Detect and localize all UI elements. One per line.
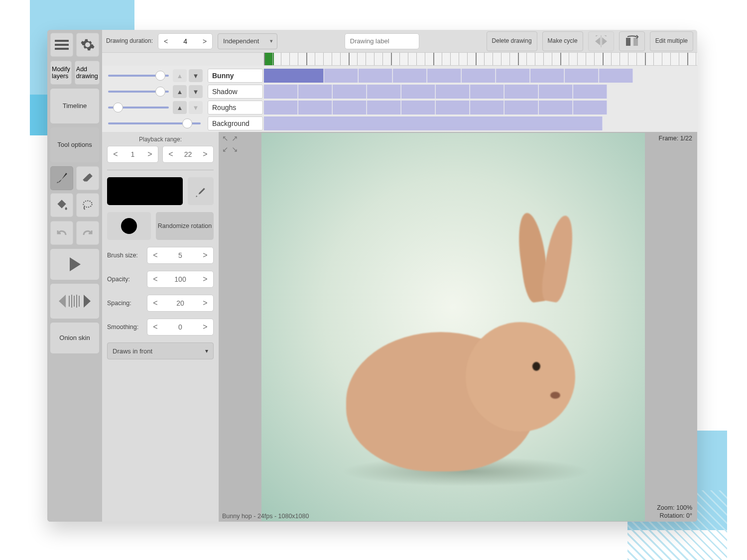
timeline-cell[interactable] [401, 85, 435, 99]
fill-tool[interactable] [50, 193, 73, 217]
timeline-cell[interactable] [530, 69, 564, 83]
layer-opacity-row: ▲▼ [105, 69, 204, 83]
layer-move-down[interactable]: ▼ [189, 69, 203, 82]
modify-layers-button[interactable]: Modify layers [50, 61, 72, 85]
timeline-cell[interactable] [333, 101, 367, 114]
timeline-cell[interactable] [462, 69, 496, 83]
playback-start-stepper[interactable]: <1> [107, 146, 158, 163]
options-panel: Playback range: <1> <22> Randomize rotat… [102, 132, 219, 522]
artwork-bunny [346, 272, 585, 471]
paintbrush-icon [55, 172, 68, 185]
expand-ne-icon[interactable]: ↗ [232, 134, 238, 143]
svg-point-0 [83, 201, 92, 207]
timeline-cell[interactable] [539, 85, 573, 99]
timeline-cell[interactable] [470, 85, 504, 99]
viewport-expand-controls: ↖ ↗ ↙ ↘ [222, 134, 238, 154]
layer-opacity-slider[interactable] [108, 91, 169, 93]
timeline-track[interactable] [264, 116, 697, 130]
drawing-label-input[interactable] [345, 33, 419, 49]
layer-name[interactable]: Bunny [208, 69, 263, 83]
timeline-cell[interactable] [427, 69, 461, 83]
onion-skin-button[interactable]: Onion skin [50, 323, 99, 353]
eraser-tool[interactable] [76, 166, 99, 190]
drawing-mode-select[interactable]: Independent [218, 33, 277, 49]
layer-move-up[interactable]: ▲ [173, 101, 187, 114]
timeline-cell[interactable] [573, 101, 607, 114]
timeline-cell[interactable] [565, 69, 599, 83]
layer-opacity-slider[interactable] [108, 75, 169, 77]
playback-end-stepper[interactable]: <22> [162, 146, 214, 163]
layer-opacity-slider[interactable] [108, 122, 201, 124]
timeline-track[interactable] [264, 101, 697, 114]
timeline-cell[interactable] [264, 85, 298, 99]
timeline-cell[interactable] [359, 69, 392, 83]
layer-move-up[interactable]: ▲ [173, 85, 187, 98]
settings-button[interactable] [76, 33, 99, 57]
brush-size-stepper[interactable]: <5> [147, 247, 214, 264]
timeline-track[interactable] [264, 85, 697, 99]
layer-name[interactable]: Roughs [208, 101, 263, 114]
flip-horizontal-button[interactable] [588, 31, 614, 51]
timeline-track[interactable] [264, 69, 697, 83]
timeline-cell[interactable] [504, 101, 538, 114]
expand-sw-icon[interactable]: ↙ [222, 145, 229, 154]
frame-step-control[interactable] [50, 284, 99, 319]
expand-se-icon[interactable]: ↘ [232, 145, 238, 154]
timeline-cell[interactable] [436, 101, 470, 114]
timeline-cell[interactable] [496, 69, 530, 83]
tool-options-panel-button[interactable]: Tool options [50, 127, 99, 162]
timeline-cell[interactable] [298, 85, 332, 99]
timeline-cell[interactable] [264, 69, 324, 83]
brush-preview[interactable] [107, 212, 151, 240]
add-drawing-button[interactable]: Add drawing [75, 61, 100, 85]
timeline-cell[interactable] [367, 85, 401, 99]
timeline-cell[interactable] [324, 69, 358, 83]
timeline-cell[interactable] [599, 69, 633, 83]
timeline-panel-button[interactable]: Timeline [50, 89, 99, 123]
current-color-swatch[interactable] [107, 177, 183, 205]
timeline-cell[interactable] [367, 101, 401, 114]
draw-order-select[interactable]: Draws in front [107, 342, 214, 359]
redo-icon [82, 228, 94, 238]
stepper-decrease[interactable]: < [158, 37, 173, 45]
layer-opacity-slider[interactable] [108, 107, 169, 109]
timeline-cell[interactable] [393, 69, 427, 83]
paint-bucket-icon [55, 199, 68, 212]
timeline-cell[interactable] [333, 85, 367, 99]
drawing-canvas[interactable] [261, 133, 645, 521]
redo-button[interactable] [76, 221, 99, 245]
lasso-tool[interactable] [76, 193, 99, 217]
eyedropper-button[interactable] [188, 177, 214, 205]
smoothing-stepper[interactable]: <0> [147, 319, 214, 336]
top-area: Drawing duration: < 4 > Independent Dele… [102, 30, 697, 132]
play-button[interactable] [50, 249, 99, 280]
duration-stepper[interactable]: < 4 > [158, 33, 213, 49]
spacing-stepper[interactable]: <20> [147, 295, 214, 312]
menu-button[interactable] [50, 33, 73, 57]
timeline-cell[interactable] [539, 101, 573, 114]
top-toolbar: Drawing duration: < 4 > Independent Dele… [102, 30, 697, 53]
randomize-rotation-button[interactable]: Randomize rotation [156, 212, 214, 240]
timeline-cell[interactable] [573, 85, 607, 99]
svg-rect-6 [626, 38, 630, 46]
timeline: ▲▼▲▼▲▼ BunnyShadowRoughsBackground [102, 53, 697, 132]
edit-multiple-button[interactable]: Edit multiple [650, 31, 693, 51]
layer-move-down[interactable]: ▼ [189, 85, 203, 98]
layer-name[interactable]: Background [208, 116, 263, 130]
layer-name[interactable]: Shadow [208, 85, 263, 99]
make-cycle-button[interactable]: Make cycle [542, 31, 583, 51]
timeline-cell[interactable] [470, 101, 504, 114]
timeline-cell[interactable] [401, 101, 435, 114]
undo-button[interactable] [50, 221, 73, 245]
opacity-stepper[interactable]: <100> [147, 271, 214, 288]
expand-nw-icon[interactable]: ↖ [222, 134, 229, 143]
brush-tool[interactable] [50, 166, 73, 190]
stepper-increase[interactable]: > [197, 37, 212, 45]
timeline-cell[interactable] [298, 101, 332, 114]
timeline-cell[interactable] [436, 85, 470, 99]
timeline-cell[interactable] [504, 85, 538, 99]
delete-drawing-button[interactable]: Delete drawing [487, 31, 537, 51]
timeline-cell[interactable] [264, 101, 298, 114]
flip-vertical-button[interactable] [619, 31, 645, 51]
timeline-ruler[interactable] [264, 53, 697, 66]
